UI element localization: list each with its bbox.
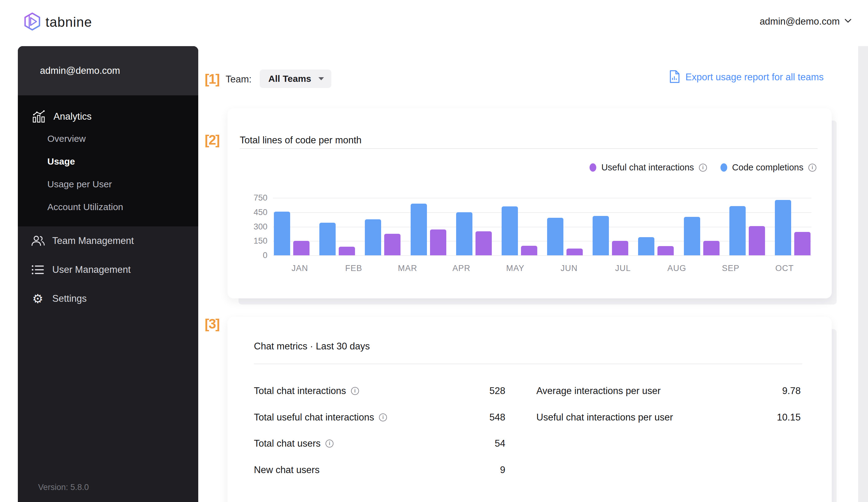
bar-code-completions (684, 217, 700, 255)
bar-useful-chat-interactions (430, 230, 446, 255)
bar-code-completions (730, 206, 746, 255)
sidebar-item-account-utilization[interactable]: Account Utilization (18, 195, 198, 218)
bar-pair (365, 219, 401, 255)
chart-legend: Useful chat interactions i Code completi… (590, 162, 816, 172)
bar-useful-chat-interactions (794, 232, 810, 255)
brand-name: tabnine (45, 14, 92, 30)
x-tick-label: MAR (381, 264, 434, 273)
export-report-icon (670, 70, 680, 84)
bar-useful-chat-interactions (384, 234, 401, 255)
bar-code-completions (638, 237, 654, 255)
export-link-label: Export usage report for all teams (685, 72, 824, 83)
y-tick-label: 450 (234, 208, 267, 217)
sidebar-item-label: Team Management (52, 235, 134, 247)
version-label: Version: 5.8.0 (38, 483, 89, 492)
y-tick-label: 0 (234, 251, 267, 260)
bar-pair (456, 212, 492, 255)
bar-useful-chat-interactions (658, 246, 674, 255)
bar-code-completions (411, 204, 427, 255)
legend-item-useful-chat: Useful chat interactions i (590, 162, 707, 172)
metric-value: 9 (500, 464, 505, 475)
bar-code-completions (547, 218, 564, 255)
team-select-dropdown[interactable]: All Teams (260, 70, 331, 88)
topbar: tabnine admin@demo.com (0, 0, 868, 46)
legend-label: Code completions (732, 162, 804, 172)
bar-pair (411, 204, 446, 255)
divider (240, 148, 818, 149)
y-tick-label: 750 (234, 193, 267, 203)
export-usage-report-link[interactable]: Export usage report for all teams (670, 70, 824, 84)
x-tick-label: OCT (758, 264, 812, 273)
bar-pair (502, 207, 537, 255)
metric-label: Total chat interactions (254, 385, 346, 396)
info-icon[interactable]: i (699, 164, 707, 172)
y-tick-label: 150 (234, 236, 267, 246)
team-filter-label: Team: (226, 74, 251, 85)
metric-value: 528 (489, 385, 505, 396)
bar-pair (775, 200, 810, 255)
metric-row-average-interactions-per-user: Average interactions per user 9.78 (536, 384, 801, 398)
sidebar-item-user-management[interactable]: User Management (18, 255, 198, 284)
metrics-title: Chat metrics · Last 30 days (254, 341, 370, 352)
sidebar-item-overview[interactable]: Overview (18, 127, 198, 150)
bars-container (273, 198, 812, 255)
info-icon[interactable]: i (351, 387, 359, 395)
sidebar-item-usage[interactable]: Usage (18, 150, 198, 173)
bar-useful-chat-interactions (567, 249, 583, 255)
sidebar-nav: Team Management User Management ⚙ Settin… (18, 227, 198, 313)
x-tick-label: JUN (542, 264, 596, 273)
team-icon (31, 235, 45, 247)
metric-label: Average interactions per user (536, 385, 661, 396)
gear-icon: ⚙ (31, 292, 45, 305)
bar-pair (274, 212, 310, 255)
info-icon[interactable]: i (808, 164, 816, 172)
x-tick-label: JUL (596, 264, 650, 273)
bar-code-completions (456, 212, 473, 255)
sidebar-item-settings[interactable]: ⚙ Settings (18, 284, 198, 313)
metric-row-useful-chat-interactions-per-user: Useful chat interactions per user 10.15 (536, 411, 801, 424)
sidebar: admin@demo.com Analytics Overview Usage … (18, 46, 198, 502)
bar-code-completions (592, 216, 609, 255)
chart-title: Total lines of code per month (240, 135, 361, 146)
y-tick-label: 300 (234, 222, 267, 232)
info-icon[interactable]: i (326, 440, 333, 448)
x-tick-label: MAY (488, 264, 542, 273)
sidebar-item-team-management[interactable]: Team Management (18, 227, 198, 255)
x-tick-label: JAN (273, 264, 327, 273)
tabnine-logo-icon (24, 12, 41, 32)
bar-useful-chat-interactions (703, 241, 720, 255)
bar-pair (547, 218, 583, 255)
sidebar-item-label: Analytics (53, 111, 92, 122)
metric-row-total-chat-users: Total chat usersi 54 (254, 437, 505, 450)
annotation-marker-3: [3] (205, 316, 219, 332)
bar-useful-chat-interactions (749, 226, 765, 255)
analytics-icon (32, 110, 46, 123)
grid-line (273, 255, 812, 256)
metric-value: 54 (495, 438, 505, 449)
annotation-marker-2: [2] (205, 132, 219, 148)
metric-value: 9.78 (782, 385, 801, 396)
chevron-down-icon (845, 19, 851, 24)
info-icon[interactable]: i (379, 413, 387, 421)
bar-code-completions (502, 207, 518, 255)
chart-x-axis: JANFEBMARAPRMAYJUNJULAUGSEPOCT (273, 264, 812, 273)
account-email: admin@demo.com (760, 16, 840, 27)
legend-item-code-completions: Code completions i (721, 162, 816, 172)
sidebar-account-email: admin@demo.com (40, 65, 120, 76)
chat-metrics-card: Chat metrics · Last 30 days Total chat i… (227, 317, 832, 502)
account-menu[interactable]: admin@demo.com (760, 16, 851, 27)
x-tick-label: SEP (704, 264, 758, 273)
annotation-marker-1: [1] (205, 71, 219, 87)
sidebar-item-label: Settings (52, 293, 87, 304)
bar-useful-chat-interactions (612, 241, 628, 255)
sidebar-item-analytics[interactable]: Analytics (18, 106, 198, 127)
x-tick-label: APR (435, 264, 488, 273)
metric-row-total-useful-chat-interactions: Total useful chat interactionsi 548 (254, 411, 505, 424)
sidebar-item-usage-per-user[interactable]: Usage per User (18, 173, 198, 195)
list-icon (31, 264, 45, 275)
bar-code-completions (365, 219, 381, 255)
x-tick-label: AUG (650, 264, 704, 273)
chart-y-axis: 7504503001500 (234, 198, 267, 255)
metric-row-total-chat-interactions: Total chat interactionsi 528 (254, 384, 505, 398)
bar-useful-chat-interactions (339, 247, 355, 255)
